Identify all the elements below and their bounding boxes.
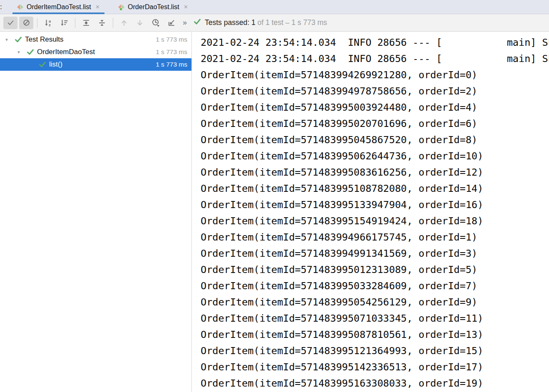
tree-row-duration: 1 s 773 ms: [156, 36, 191, 43]
passed-check-icon: [15, 36, 22, 43]
sort-by-duration-icon: [60, 19, 68, 27]
arrow-down-icon: [136, 19, 144, 27]
console-output-line: OrderItem(itemId=571483995071033345, ord…: [201, 310, 549, 327]
run-label-fragment: :: [0, 3, 3, 11]
tree-row-label: Test Results: [25, 35, 64, 44]
console-output[interactable]: 2021-02-24 23:54:14.034 INFO 28656 --- […: [191, 32, 549, 392]
test-status: Tests passed: 1 of 1 test – 1 s 773 ms: [194, 18, 327, 27]
junit-run-config-icon: [17, 4, 24, 10]
tree-row-orderitemdaotest[interactable]: ▼ OrderItemDaoTest 1 s 773 ms: [0, 46, 191, 58]
show-passed-button[interactable]: [3, 17, 17, 29]
svg-text:z: z: [49, 22, 51, 27]
tree-row-test-results[interactable]: ▼ Test Results 1 s 773 ms: [0, 33, 191, 46]
collapse-all-button[interactable]: [95, 17, 109, 29]
show-ignored-button[interactable]: [19, 17, 33, 29]
console-output-line: OrderItem(itemId=571483995062644736, ord…: [201, 148, 549, 164]
toolbar-separator: [37, 18, 37, 28]
sort-by-duration-button[interactable]: [57, 17, 71, 29]
console-output-line: OrderItem(itemId=571483994991341569, ord…: [201, 246, 549, 262]
console-output-line: OrderItem(itemId=571483994269921280, ord…: [201, 67, 549, 83]
toolbar-separator: [75, 18, 75, 28]
console-output-line: OrderItem(itemId=571483995142336513, ord…: [201, 359, 549, 375]
passed-check-icon: [27, 49, 34, 55]
test-history-button[interactable]: [149, 17, 163, 29]
status-detail-text: of 1 test – 1 s 773 ms: [258, 18, 327, 27]
toolbar-separator: [113, 18, 113, 28]
tree-row-label: list(): [49, 60, 62, 69]
clock-dropdown-icon: [152, 18, 160, 27]
console-output-line: OrderItem(itemId=571483995108782080, ord…: [201, 181, 549, 197]
chevron-down-icon[interactable]: ▼: [3, 37, 10, 42]
console-output-line: OrderItem(itemId=571483994966175745, ord…: [201, 229, 549, 246]
console-output-line: OrderItem(itemId=571483995154919424, ord…: [201, 213, 549, 229]
tree-row-label: OrderItemDaoTest: [37, 48, 95, 56]
console-log-line: 2021-02-24 23:54:14.034 INFO 28656 --- […: [201, 51, 549, 67]
console-output-line: OrderItem(itemId=571483995012313089, ord…: [201, 262, 549, 278]
test-tree: ▼ Test Results 1 s 773 ms ▼ OrderItemDao…: [0, 32, 191, 392]
console-output-line: OrderItem(itemId=571483995121364993, ord…: [201, 343, 549, 359]
junit-run-config-running-icon: [118, 4, 125, 10]
console-output-line: OrderItem(itemId=571483995087810561, ord…: [201, 327, 549, 343]
tab-orderitemdaotest[interactable]: OrderItemDaoTest.list ×: [12, 0, 104, 14]
console-output-line: OrderItem(itemId=571483995033284609, ord…: [201, 278, 549, 294]
status-passed-check-icon: [194, 18, 201, 27]
test-runner-window: : OrderItemDaoTest.list × OrderDaoTest.l…: [0, 0, 549, 392]
previous-failed-test-button[interactable]: [117, 17, 131, 29]
console-output-line: OrderItem(itemId=571483995054256129, ord…: [201, 294, 549, 310]
console-output-line: OrderItem(itemId=571483995083616256, ord…: [201, 164, 549, 181]
console-output-line: OrderItem(itemId=571483994978758656, ord…: [201, 83, 549, 99]
passed-check-icon: [39, 61, 46, 68]
editor-tab-bar: : OrderItemDaoTest.list × OrderDaoTest.l…: [0, 0, 549, 14]
checkmark-icon: [7, 19, 15, 27]
expand-all-button[interactable]: [79, 17, 93, 29]
status-passed-text: Tests passed: 1: [205, 18, 256, 27]
close-icon[interactable]: ×: [184, 3, 188, 11]
console-output-line: OrderItem(itemId=571483995163308033, ord…: [201, 375, 549, 392]
more-actions-chevron-icon[interactable]: »: [183, 18, 186, 27]
next-failed-test-button[interactable]: [133, 17, 147, 29]
tree-row-list-test[interactable]: list() 1 s 773 ms: [0, 58, 191, 71]
tree-row-duration: 1 s 773 ms: [156, 48, 191, 56]
sort-alphabetically-button[interactable]: a z: [41, 17, 55, 29]
console-log-line: 2021-02-24 23:54:14.034 INFO 28656 --- […: [201, 35, 549, 51]
import-test-results-button[interactable]: [164, 17, 179, 29]
console-output-line: OrderItem(itemId=571483995003924480, ord…: [201, 99, 549, 116]
circle-slash-icon: [22, 19, 30, 27]
tab-orderdaotest[interactable]: OrderDaoTest.list ×: [114, 0, 193, 14]
collapse-all-icon: [98, 19, 106, 27]
tab-title: OrderDaoTest.list: [128, 3, 179, 11]
close-icon[interactable]: ×: [96, 3, 99, 11]
import-test-results-icon: [167, 19, 176, 27]
arrow-up-icon: [120, 19, 128, 27]
chevron-down-icon[interactable]: ▼: [15, 50, 22, 55]
tab-title: OrderItemDaoTest.list: [27, 3, 91, 11]
tree-row-duration: 1 s 773 ms: [156, 61, 191, 68]
console-output-line: OrderItem(itemId=571483995045867520, ord…: [201, 132, 549, 148]
console-output-line: OrderItem(itemId=571483995020701696, ord…: [201, 116, 549, 132]
expand-all-icon: [82, 19, 90, 27]
sort-alphabetically-icon: a z: [44, 19, 52, 27]
test-runner-toolbar: a z: [0, 14, 549, 32]
console-output-line: OrderItem(itemId=571483995133947904, ord…: [201, 197, 549, 213]
